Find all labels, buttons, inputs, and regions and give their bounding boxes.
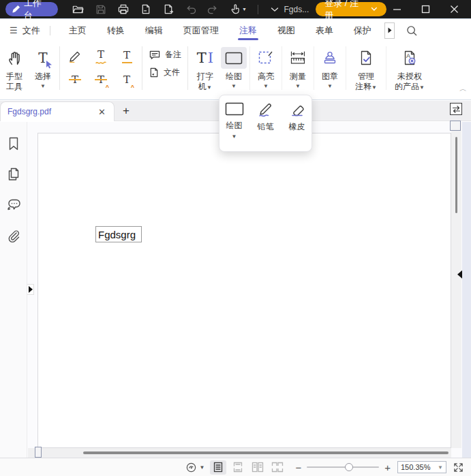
- new-tab-button[interactable]: +: [123, 104, 130, 118]
- rectangle-icon: [221, 47, 247, 69]
- zoom-slider-track: [307, 466, 379, 468]
- titlebar-doc-title: Fgds...: [284, 5, 309, 14]
- pdf-page: Fgdsgrg: [37, 133, 451, 448]
- scrollbar-top-button[interactable]: [450, 121, 461, 131]
- print-icon[interactable]: [115, 2, 132, 17]
- login-register-button[interactable]: 登录 / 注册: [316, 2, 386, 16]
- menubar-separator: [50, 26, 50, 35]
- menu-tab-protect[interactable]: 保护: [344, 20, 382, 41]
- more-menus-button[interactable]: [384, 22, 395, 39]
- menu-tab-page-manage[interactable]: 页面管理: [173, 20, 229, 41]
- facing-view-button[interactable]: [249, 460, 266, 475]
- minimize-button[interactable]: [386, 2, 407, 17]
- zoom-out-button[interactable]: −: [292, 462, 304, 473]
- chevron-down-icon: ▼: [40, 83, 46, 89]
- menu-tab-comment[interactable]: 注释: [229, 20, 267, 41]
- chevron-down-icon[interactable]: ▼: [200, 464, 205, 471]
- strikethrough-tool-button[interactable]: T: [66, 71, 84, 89]
- unauthorized-label: 未授权的产品: [395, 72, 422, 91]
- draw-shapes-button[interactable]: 绘图 ▼: [220, 44, 247, 95]
- select-tool-button[interactable]: T 选择 ▼: [29, 44, 57, 95]
- ribbon-separator: [142, 46, 142, 90]
- typewriter-text-annotation[interactable]: Fgdsgrg: [95, 226, 142, 242]
- bookmarks-panel-icon[interactable]: [5, 136, 22, 152]
- new-doc-icon[interactable]: [160, 2, 177, 17]
- horizontal-scrollbar[interactable]: [28, 448, 451, 458]
- hand-tool-button[interactable]: 手型工具: [0, 44, 29, 95]
- underline-tool-button[interactable]: T: [118, 48, 136, 65]
- unauthorized-product-button[interactable]: A 未授权的产品▼: [389, 44, 431, 95]
- maximize-button[interactable]: [415, 2, 436, 17]
- menu-tab-view[interactable]: 视图: [267, 20, 305, 41]
- collapse-ribbon-icon[interactable]: ︿: [459, 84, 467, 94]
- note-label: 备注: [165, 49, 181, 61]
- dashed-rectangle-icon: [254, 47, 277, 69]
- open-folder-icon[interactable]: [70, 2, 87, 17]
- facing-continuous-view-button[interactable]: [269, 460, 286, 475]
- chevron-down-icon: ▼: [232, 133, 237, 140]
- manage-comments-button[interactable]: 管理注释▼: [348, 44, 384, 95]
- chevron-down-icon[interactable]: [267, 2, 283, 17]
- stamp-button[interactable]: 图章 ▼: [316, 44, 344, 95]
- zoom-slider-thumb[interactable]: [345, 463, 353, 471]
- dropdown-eraser-button[interactable]: 橡皮: [285, 102, 309, 151]
- view-mode-icon[interactable]: [185, 462, 197, 473]
- typewriter-button[interactable]: TI 打字机▼: [190, 44, 220, 95]
- continuous-view-button[interactable]: [230, 460, 246, 475]
- single-page-view-button[interactable]: [210, 460, 226, 475]
- hand-pointer-icon[interactable]: ▼: [228, 2, 249, 17]
- file-menu-label: 文件: [22, 25, 40, 37]
- zoom-level-select[interactable]: 150.35% ▼: [397, 461, 446, 473]
- scrollbar-left-button[interactable]: [35, 447, 42, 458]
- workspace-button[interactable]: 工作台: [5, 2, 58, 16]
- insert-text-tool-button[interactable]: T^: [118, 71, 136, 89]
- ribbon-separator: [346, 46, 346, 90]
- switch-view-icon[interactable]: [450, 103, 462, 115]
- ribbon-separator: [282, 46, 282, 90]
- file-menu[interactable]: ☰ 文件: [10, 25, 40, 37]
- attach-file-button[interactable]: 文件: [149, 67, 181, 78]
- attachments-panel-icon[interactable]: [5, 227, 22, 244]
- zoom-in-button[interactable]: +: [382, 462, 393, 473]
- measure-label: 测量: [290, 72, 306, 82]
- menu-tab-convert[interactable]: 转换: [97, 20, 135, 41]
- highlighter-tool-button[interactable]: [66, 48, 84, 65]
- text-markup-group: T T T T^ T^: [62, 45, 140, 95]
- dropdown-pencil-button[interactable]: 铅笔: [254, 102, 278, 151]
- zoom-level-value: 150.35%: [401, 463, 438, 471]
- close-button[interactable]: [444, 2, 464, 17]
- vertical-scrollbar-thumb[interactable]: [455, 137, 457, 213]
- dropdown-draw-button[interactable]: 绘图 ▼: [222, 102, 247, 151]
- export-doc-icon[interactable]: [138, 2, 154, 17]
- eraser-icon: [288, 102, 306, 117]
- chevron-down-icon: ▼: [207, 84, 212, 91]
- chevron-down-icon: ▼: [295, 83, 301, 89]
- save-icon[interactable]: [93, 2, 109, 17]
- redo-icon[interactable]: [205, 2, 222, 17]
- pages-panel-icon[interactable]: [5, 166, 22, 183]
- menu-tab-form[interactable]: 表单: [305, 20, 344, 41]
- horizontal-scrollbar-thumb[interactable]: [83, 451, 449, 454]
- document-tab[interactable]: Fgdsgrg.pdf ✕: [0, 101, 115, 121]
- zoom-slider[interactable]: [307, 462, 379, 472]
- menu-tab-edit[interactable]: 编辑: [135, 20, 173, 41]
- dropdown-eraser-label: 橡皮: [289, 121, 305, 133]
- fullscreen-icon[interactable]: [453, 462, 464, 473]
- vertical-scrollbar[interactable]: [451, 122, 461, 448]
- expand-left-panel-handle[interactable]: [27, 284, 34, 295]
- ribbon-separator: [386, 46, 386, 90]
- replace-text-tool-button[interactable]: T^: [92, 71, 110, 89]
- area-highlight-button[interactable]: 高亮 ▼: [252, 44, 279, 95]
- pencil-icon: [257, 102, 275, 117]
- squiggly-underline-tool-button[interactable]: T: [92, 48, 110, 65]
- note-comment-button[interactable]: 备注: [149, 49, 181, 61]
- search-icon[interactable]: [406, 25, 418, 37]
- ruler-icon: [286, 47, 310, 69]
- undo-icon[interactable]: [183, 2, 199, 17]
- measure-button[interactable]: 测量 ▼: [284, 44, 312, 95]
- expand-right-panel-handle[interactable]: [457, 269, 463, 279]
- menu-tab-home[interactable]: 主页: [59, 20, 97, 41]
- stamp-icon: [318, 47, 341, 69]
- comments-panel-icon[interactable]: [5, 197, 22, 213]
- close-tab-icon[interactable]: ✕: [97, 107, 107, 117]
